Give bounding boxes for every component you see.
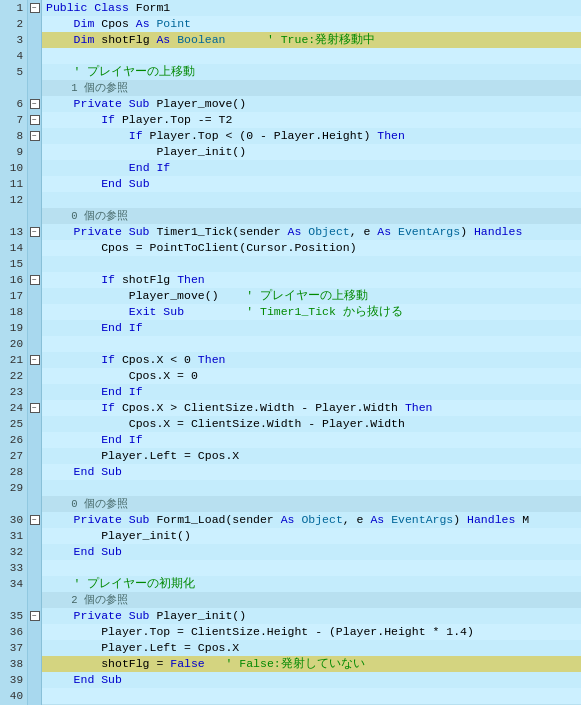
code-line: 19 End If <box>0 320 581 336</box>
line-number: 19 <box>0 320 28 336</box>
collapse-button[interactable]: − <box>30 403 40 413</box>
line-number: 24 <box>0 400 28 416</box>
collapse-button[interactable]: − <box>30 227 40 237</box>
code-line: 38 shotFlg = False ' False:発射していない <box>0 656 581 672</box>
line-number: 12 <box>0 192 28 208</box>
line-number: 17 <box>0 288 28 304</box>
line-gutter <box>28 672 42 688</box>
line-number: 1 <box>0 0 28 16</box>
code-line: 14 Cpos = PointToClient(Cursor.Position) <box>0 240 581 256</box>
line-gutter[interactable]: − <box>28 512 42 528</box>
line-gutter[interactable]: − <box>28 224 42 240</box>
line-code: Private Sub Player_init() <box>42 608 581 624</box>
line-gutter[interactable]: − <box>28 112 42 128</box>
line-code: If Player.Top < (0 - Player.Height) Then <box>42 128 581 144</box>
line-number: 37 <box>0 640 28 656</box>
line-gutter <box>28 48 42 64</box>
line-gutter <box>28 560 42 576</box>
line-code: Dim Cpos As Point <box>42 16 581 32</box>
code-line: 3 Dim shotFlg As Boolean ' True:発射移動中 <box>0 32 581 48</box>
line-code: ' プレイヤーの初期化 <box>42 576 581 592</box>
line-code: Player_init() <box>42 528 581 544</box>
code-line: 26 End If <box>0 432 581 448</box>
line-code: 0 個の参照 <box>42 496 581 512</box>
code-line: 23 End If <box>0 384 581 400</box>
line-gutter <box>28 160 42 176</box>
line-number: 18 <box>0 304 28 320</box>
line-gutter[interactable]: − <box>28 352 42 368</box>
line-number: 11 <box>0 176 28 192</box>
line-gutter <box>28 208 42 224</box>
code-line: 29 <box>0 480 581 496</box>
collapse-button[interactable]: − <box>30 355 40 365</box>
line-number: 13 <box>0 224 28 240</box>
line-code: End Sub <box>42 672 581 688</box>
line-gutter <box>28 496 42 512</box>
line-gutter <box>28 624 42 640</box>
line-number: 29 <box>0 480 28 496</box>
line-number: 30 <box>0 512 28 528</box>
line-code: Private Sub Player_move() <box>42 96 581 112</box>
code-line: 9 Player_init() <box>0 144 581 160</box>
line-code: Cpos.X = 0 <box>42 368 581 384</box>
line-code: Player_move() ' プレイヤーの上移動 <box>42 288 581 304</box>
collapse-button[interactable]: − <box>30 99 40 109</box>
line-gutter[interactable]: − <box>28 608 42 624</box>
line-gutter[interactable]: − <box>28 272 42 288</box>
collapse-button[interactable]: − <box>30 131 40 141</box>
line-code: If shotFlg Then <box>42 272 581 288</box>
line-number: 20 <box>0 336 28 352</box>
line-gutter[interactable]: − <box>28 96 42 112</box>
line-gutter <box>28 144 42 160</box>
line-number: 22 <box>0 368 28 384</box>
line-number: 33 <box>0 560 28 576</box>
line-gutter <box>28 544 42 560</box>
line-code: 2 個の参照 <box>42 592 581 608</box>
code-line: 21− If Cpos.X < 0 Then <box>0 352 581 368</box>
line-number: 15 <box>0 256 28 272</box>
line-code <box>42 480 581 496</box>
collapse-button[interactable]: − <box>30 115 40 125</box>
code-line: 35− Private Sub Player_init() <box>0 608 581 624</box>
line-number: 40 <box>0 688 28 704</box>
line-gutter <box>28 592 42 608</box>
code-line: 34 ' プレイヤーの初期化 <box>0 576 581 592</box>
collapse-button[interactable]: − <box>30 611 40 621</box>
line-code <box>42 256 581 272</box>
line-number: 7 <box>0 112 28 128</box>
line-gutter[interactable]: − <box>28 400 42 416</box>
line-gutter <box>28 640 42 656</box>
line-gutter <box>28 464 42 480</box>
line-code: Private Sub Timer1_Tick(sender As Object… <box>42 224 581 240</box>
code-line: 40 <box>0 688 581 704</box>
collapse-button[interactable]: − <box>30 515 40 525</box>
line-gutter <box>28 432 42 448</box>
line-number: 35 <box>0 608 28 624</box>
line-code: Player_init() <box>42 144 581 160</box>
code-line: 15 <box>0 256 581 272</box>
line-code: Private Sub Form1_Load(sender As Object,… <box>42 512 581 528</box>
code-line: 25 Cpos.X = ClientSize.Width - Player.Wi… <box>0 416 581 432</box>
line-gutter <box>28 448 42 464</box>
line-gutter <box>28 64 42 80</box>
line-number: 36 <box>0 624 28 640</box>
line-code: Player.Left = Cpos.X <box>42 640 581 656</box>
code-editor: 1−Public Class Form12 Dim Cpos As Point3… <box>0 0 581 705</box>
line-code: If Cpos.X < 0 Then <box>42 352 581 368</box>
collapse-button[interactable]: − <box>30 3 40 13</box>
line-code <box>42 192 581 208</box>
code-line: 24− If Cpos.X > ClientSize.Width - Playe… <box>0 400 581 416</box>
line-gutter <box>28 32 42 48</box>
line-code: ' プレイヤーの上移動 <box>42 64 581 80</box>
line-gutter <box>28 336 42 352</box>
collapse-button[interactable]: − <box>30 275 40 285</box>
line-number: 21 <box>0 352 28 368</box>
code-line: 22 Cpos.X = 0 <box>0 368 581 384</box>
line-gutter[interactable]: − <box>28 0 42 16</box>
line-code: End If <box>42 160 581 176</box>
line-number: 9 <box>0 144 28 160</box>
line-code: shotFlg = False ' False:発射していない <box>42 656 581 672</box>
code-line: 17 Player_move() ' プレイヤーの上移動 <box>0 288 581 304</box>
line-gutter[interactable]: − <box>28 128 42 144</box>
code-line: 27 Player.Left = Cpos.X <box>0 448 581 464</box>
